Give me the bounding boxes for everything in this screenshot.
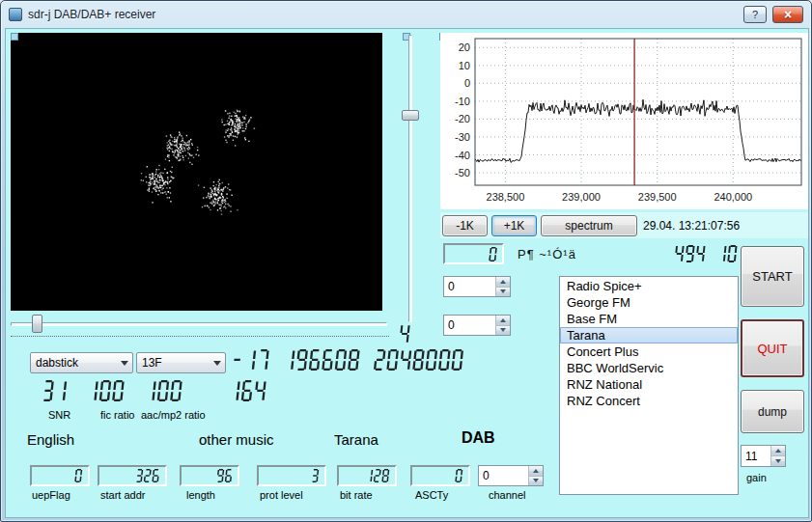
lcd-digits — [489, 247, 499, 261]
minus-1k-button[interactable]: -1K — [442, 215, 488, 236]
spin-down-button[interactable] — [496, 287, 510, 297]
horizontal-slider[interactable] — [11, 315, 387, 334]
list-item[interactable]: George FM — [560, 294, 738, 311]
spectrum-plot: 20100-10-20-30-40-50238,500239,000239,50… — [440, 33, 808, 209]
arrow-down-icon — [533, 479, 539, 482]
status-text: P¶ ~¹Ó¹ä — [518, 247, 576, 261]
fic-ratio-lcd — [86, 380, 127, 401]
spinbox-buttons — [528, 466, 543, 485]
length-lcd — [180, 465, 239, 486]
program-type-label: other music — [199, 431, 274, 448]
slider-handle[interactable] — [402, 110, 419, 121]
list-item[interactable]: RNZ Concert — [560, 393, 738, 409]
svg-text:-30: -30 — [455, 131, 470, 143]
arrow-up-icon — [500, 318, 506, 322]
svg-text:20: 20 — [459, 41, 470, 53]
arrow-down-icon — [775, 459, 781, 463]
snr-label: SNR — [48, 409, 70, 421]
dump-button[interactable]: dump — [741, 390, 804, 433]
svg-text:238,500: 238,500 — [487, 191, 525, 203]
arrow-up-icon — [500, 280, 506, 284]
list-item[interactable]: BBC WorldServic — [560, 360, 738, 376]
spinbox-buttons — [770, 446, 785, 466]
spin-down-button[interactable] — [771, 455, 785, 466]
spin-up-button[interactable] — [496, 277, 510, 287]
channel-combobox[interactable]: 13F — [136, 352, 226, 373]
mp2-ratio-label: aac/mp2 ratio — [141, 409, 206, 421]
channel-spinbox[interactable]: 0 — [478, 465, 544, 486]
list-item[interactable]: Concert Plus — [560, 343, 738, 360]
combobox-value: 13F — [137, 356, 209, 370]
corner-chip — [11, 33, 18, 41]
spin-up-button[interactable] — [496, 316, 510, 325]
chevron-down-icon — [121, 361, 128, 366]
protlevel-lcd — [257, 465, 326, 486]
close-button[interactable]: × — [772, 6, 803, 23]
arrow-down-icon — [500, 328, 506, 332]
spinbox-buttons — [495, 316, 510, 335]
fine-spinbox[interactable]: 0 — [443, 315, 511, 336]
svg-text:239,000: 239,000 — [562, 191, 601, 203]
coarse-spinbox[interactable]: 0 — [443, 276, 511, 297]
svg-text:0: 0 — [464, 77, 470, 89]
main-panel: 20100-10-20-30-40-50238,500239,000239,50… — [5, 28, 809, 518]
titlebar[interactable]: sdr-j DAB/DAB+ receiver ? × — [1, 1, 811, 28]
combobox-arrow — [209, 353, 225, 372]
app-window: sdr-j DAB/DAB+ receiver ? × 20100-10-20-… — [0, 0, 812, 522]
vertical-slider[interactable] — [402, 35, 419, 322]
list-item[interactable]: Base FM — [560, 311, 738, 327]
gain-label: gain — [746, 472, 767, 483]
lcd-digits — [216, 469, 235, 482]
spin-up-button[interactable] — [529, 466, 543, 476]
device-combobox[interactable]: dabstick — [30, 352, 133, 373]
svg-text:10: 10 — [459, 60, 470, 71]
service-name-label: Tarana — [334, 431, 378, 448]
spinbox-value: 0 — [444, 316, 495, 335]
list-item[interactable]: RNZ National — [560, 376, 738, 393]
svg-text:239,500: 239,500 — [638, 191, 677, 203]
protlevel-label: prot level — [260, 489, 303, 501]
frequency-offset-lcd — [443, 243, 504, 264]
mp2-ratio-lcd — [144, 380, 185, 401]
main-stats-lcd — [231, 349, 467, 371]
channel-label: channel — [489, 489, 526, 501]
lcd-digits — [74, 469, 85, 482]
plus-1k-button[interactable]: +1K — [491, 215, 537, 236]
combobox-value: dabstick — [31, 356, 116, 370]
svg-text:240,000: 240,000 — [714, 191, 752, 203]
slider-tick-line — [11, 336, 389, 337]
combobox-arrow — [116, 353, 132, 372]
arrow-up-icon — [533, 469, 539, 473]
signal-lcd — [399, 324, 413, 343]
slider-handle[interactable] — [32, 315, 42, 333]
list-item[interactable]: Radio Spice+ — [560, 278, 738, 294]
bitrate-lcd — [337, 465, 397, 486]
spinbox-buttons — [495, 277, 510, 296]
start-button[interactable]: START — [741, 246, 804, 307]
svg-text:-10: -10 — [455, 96, 470, 107]
spinbox-value: 0 — [444, 277, 495, 296]
datetime-label: 29.04. 13:21:07:56 — [643, 218, 740, 234]
spin-down-button[interactable] — [496, 325, 510, 336]
length-label: length — [186, 489, 215, 501]
chevron-down-icon — [213, 361, 221, 366]
spectrum-button[interactable]: spectrum — [541, 215, 637, 236]
arrow-down-icon — [500, 289, 506, 293]
help-button[interactable]: ? — [743, 6, 767, 23]
constellation-plot — [11, 33, 382, 311]
svg-text:-40: -40 — [455, 150, 470, 161]
list-item[interactable]: Tarana — [560, 327, 738, 343]
gain-spinbox[interactable]: 11 — [741, 445, 786, 467]
language-label: English — [27, 431, 74, 448]
bitrate-label: bit rate — [340, 489, 373, 501]
lcd-digits — [365, 469, 392, 482]
slider-groove — [408, 35, 412, 322]
station-list[interactable]: Radio Spice+George FMBase FMTaranaConcer… — [559, 276, 739, 495]
fic-ratio-label: fic ratio — [100, 409, 134, 421]
spin-down-button[interactable] — [529, 476, 543, 486]
spinbox-value: 0 — [479, 466, 528, 485]
spin-up-button[interactable] — [771, 446, 785, 455]
window-title: sdr-j DAB/DAB+ receiver — [28, 8, 155, 21]
quit-button[interactable]: QUIT — [741, 319, 804, 377]
lcd-digits — [311, 469, 322, 482]
